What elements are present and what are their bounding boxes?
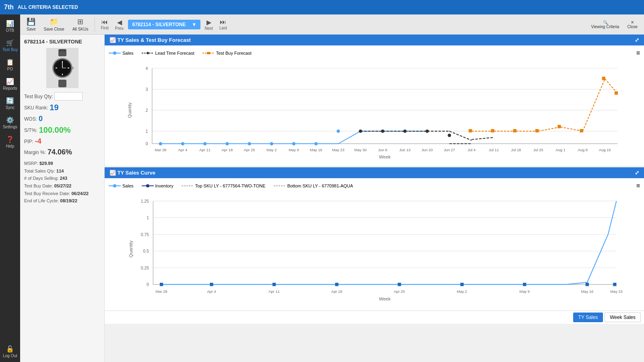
svg-point-42 <box>314 142 318 145</box>
all-skus-label: All SKUs <box>72 27 88 31</box>
sidebar-item-help[interactable]: ❓ Help <box>0 132 20 152</box>
svg-line-61 <box>583 79 605 131</box>
sidebar-item-sync[interactable]: 🔄 Sync <box>0 94 20 113</box>
st-pct-value: 100.00% <box>39 125 71 135</box>
svg-text:Aug 1: Aug 1 <box>555 148 565 152</box>
svg-rect-21 <box>207 52 210 54</box>
svg-point-51 <box>381 130 384 133</box>
svg-rect-11 <box>68 68 69 68</box>
margin-value: 74.06% <box>47 148 72 156</box>
sidebar-label-testbuy: Test Buy <box>2 47 18 52</box>
chart1-expand-icon[interactable]: ⤢ <box>635 37 639 43</box>
sync-icon: 🔄 <box>6 97 14 105</box>
sidebar-item-po[interactable]: 📋 PO <box>0 55 20 74</box>
svg-text:Week: Week <box>379 296 390 301</box>
svg-point-53 <box>425 130 429 133</box>
chart1-menu-button[interactable]: ≡ <box>636 49 640 57</box>
sidebar-label-help: Help <box>6 144 14 148</box>
first-icon: ⏮ <box>101 19 108 26</box>
last-label: Last <box>219 26 227 30</box>
svg-point-37 <box>203 142 206 145</box>
svg-rect-70 <box>615 91 618 95</box>
svg-point-94 <box>113 184 116 187</box>
viewing-criteria-button[interactable]: 🔍 Viewing Criteria <box>588 19 623 31</box>
close-toolbar-button[interactable]: ✕ Close <box>624 19 641 31</box>
legend-lead-time: Lead Time Forecast <box>142 51 194 56</box>
pip-row: PIP: -4 <box>24 137 100 146</box>
svg-text:May 2: May 2 <box>457 290 467 294</box>
svg-text:4: 4 <box>146 66 148 71</box>
test-buy-receive-label: Test Buy Receive Date: <box>24 191 70 196</box>
test-buy-receive-value: 06/24/22 <box>71 191 89 196</box>
po-icon: 📋 <box>6 58 14 66</box>
chart1-legend: Sales Lead Time Forecast Test Buy Foreca… <box>109 49 640 57</box>
svg-rect-122 <box>613 283 616 286</box>
svg-text:May 23: May 23 <box>332 148 345 152</box>
last-button[interactable]: ⏭ Last <box>217 17 229 32</box>
next-button[interactable]: ▶ Next <box>202 17 215 32</box>
tab-ty-sales[interactable]: TY Sales <box>573 313 603 322</box>
all-skus-button[interactable]: ⊞ All SKUs <box>69 16 91 33</box>
sku-rank-row: SKU Rank: 19 <box>24 103 100 112</box>
svg-text:0.75: 0.75 <box>141 232 149 237</box>
chart1-trend-icon: 📈 <box>109 37 118 43</box>
sidebar-item-otb[interactable]: 📊 OTB <box>0 16 20 36</box>
svg-point-36 <box>181 142 184 145</box>
next-label: Next <box>204 26 213 31</box>
svg-text:0: 0 <box>146 142 148 146</box>
sidebar-item-logout[interactable]: 🔓 Log Out <box>0 342 20 362</box>
main-area: 📊 OTB 🛒 Test Buy 📋 PO 📈 Reports 🔄 Sync ⚙… <box>0 14 644 362</box>
wos-label: WOS: <box>24 116 37 122</box>
total-sales-label: Total Sales Qty: <box>24 169 55 173</box>
chart2-body: Sales Inventory Top SKU LY - 6777564-TWO… <box>105 178 644 311</box>
sidebar-label-logout: Log Out <box>3 354 17 358</box>
svg-text:Aug 8: Aug 8 <box>578 148 587 152</box>
svg-rect-8 <box>62 61 63 63</box>
sku-dropdown[interactable]: 6782114 - SILVERTONE ▼ <box>128 20 200 29</box>
save-button[interactable]: 💾 Save <box>23 16 39 33</box>
pip-label: PIP: <box>24 139 33 144</box>
total-sales-value: 114 <box>56 169 64 173</box>
svg-text:Week: Week <box>379 154 391 159</box>
top-bar: 7th ALL CRITERIA SELECTED <box>0 0 644 14</box>
svg-text:Jul 11: Jul 11 <box>489 148 499 152</box>
sidebar-label-settings: Settings <box>3 125 17 129</box>
sidebar-label-po: PO <box>7 67 13 71</box>
svg-rect-15 <box>58 80 66 87</box>
chart2-menu-button[interactable]: ≡ <box>636 182 640 189</box>
save-close-button[interactable]: 📁 Save Close <box>41 16 68 33</box>
chart2-legend: Sales Inventory Top SKU LY - 6777564-TWO… <box>109 182 640 189</box>
svg-point-50 <box>359 130 362 133</box>
svg-text:Quantity: Quantity <box>128 240 133 257</box>
sidebar-nav: 📊 OTB 🛒 Test Buy 📋 PO 📈 Reports 🔄 Sync ⚙… <box>0 14 20 362</box>
sidebar-item-settings[interactable]: ⚙️ Settings <box>0 113 20 132</box>
prev-button[interactable]: ◀ Prev. <box>113 17 127 32</box>
svg-text:Jul 4: Jul 4 <box>468 148 476 152</box>
svg-rect-66 <box>535 129 539 132</box>
chart2-title: TY Sales Curve <box>118 170 155 176</box>
svg-rect-116 <box>272 283 276 286</box>
test-buy-qty-input[interactable] <box>54 92 83 101</box>
svg-rect-115 <box>210 283 213 286</box>
svg-text:Apr 18: Apr 18 <box>222 148 233 152</box>
svg-text:Apr 25: Apr 25 <box>394 290 405 294</box>
svg-rect-117 <box>335 283 339 286</box>
svg-point-41 <box>292 142 295 145</box>
testbuy-icon: 🛒 <box>6 39 14 47</box>
test-buy-date-value: 05/27/22 <box>54 183 72 188</box>
save-close-icon: 📁 <box>50 17 58 26</box>
svg-text:May 9: May 9 <box>520 290 530 294</box>
chart1-body: Sales Lead Time Forecast Test Buy Foreca… <box>105 45 644 166</box>
watch-image <box>46 48 78 88</box>
svg-text:Quantity: Quantity <box>128 102 132 118</box>
sidebar-item-testbuy[interactable]: 🛒 Test Buy <box>0 36 20 55</box>
tab-week-sales[interactable]: Week Sales <box>605 313 641 322</box>
svg-text:Jun 27: Jun 27 <box>444 148 455 152</box>
first-button[interactable]: ⏮ First <box>98 17 111 32</box>
svg-rect-63 <box>469 129 472 132</box>
margin-label: Margin %: <box>24 150 46 155</box>
chart2-expand-icon[interactable]: ⤢ <box>635 170 639 176</box>
svg-rect-1 <box>60 50 61 51</box>
svg-text:Apr 11: Apr 11 <box>199 148 211 152</box>
sidebar-item-reports[interactable]: 📈 Reports <box>0 74 20 94</box>
